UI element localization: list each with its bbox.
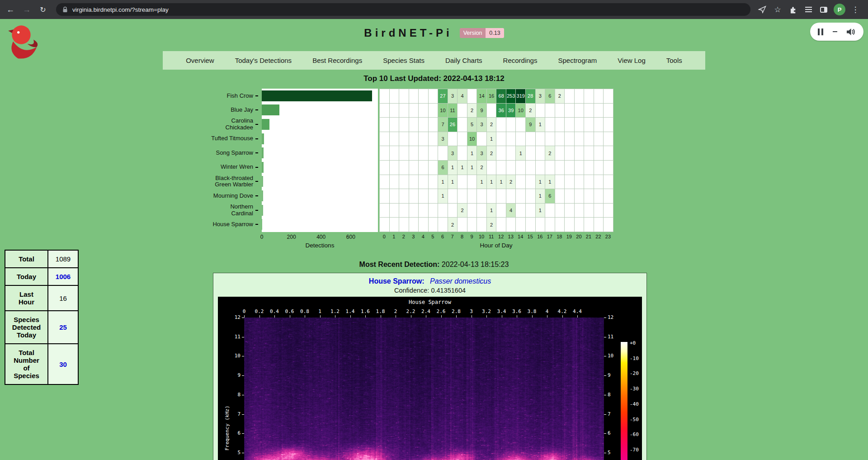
time-tick-mark	[472, 315, 472, 318]
heat-cell: 27	[438, 89, 448, 104]
heat-cell: 2	[477, 161, 487, 175]
nav-item-daily-charts[interactable]: Daily Charts	[435, 57, 493, 64]
detection-species-link[interactable]: House Sparrow:	[369, 277, 425, 285]
hour-tick: 14	[515, 234, 525, 241]
heat-cell	[409, 161, 419, 175]
audio-player[interactable]	[810, 23, 863, 41]
nav-item-spectrogram[interactable]: Spectrogram	[547, 57, 607, 64]
heat-cell	[429, 218, 439, 232]
nav-item-today-s-detections[interactable]: Today's Detections	[225, 57, 302, 64]
nav-item-tools[interactable]: Tools	[656, 57, 693, 64]
heat-cell: 10	[438, 104, 448, 118]
stats-row-species-detected-today: Species Detected Today25	[5, 311, 78, 344]
extensions-puzzle-icon[interactable]	[788, 4, 798, 15]
heat-cell	[604, 118, 613, 132]
forward-icon[interactable]: →	[20, 5, 33, 14]
hour-tick: 2	[399, 234, 409, 241]
heat-cell: 2	[458, 204, 467, 218]
nav-item-overview[interactable]: Overview	[175, 57, 225, 64]
heat-cell	[545, 132, 555, 147]
heat-cell	[487, 161, 497, 175]
bar-row-song-sparrow	[262, 146, 378, 160]
heat-cell	[604, 204, 613, 218]
refresh-icon[interactable]: ↻	[36, 5, 50, 14]
heat-cell	[555, 132, 565, 147]
side-panel-icon[interactable]	[818, 4, 829, 15]
url-text: virginia.birdnetpi.com/?stream=play	[72, 6, 169, 13]
heat-cell: 2	[487, 118, 497, 132]
heat-cell	[565, 104, 575, 118]
nav-item-view-log[interactable]: View Log	[607, 57, 656, 64]
heat-cell	[429, 175, 439, 190]
back-icon[interactable]: ←	[4, 5, 17, 14]
detection-bar	[262, 147, 264, 158]
time-tick: 3.4	[497, 308, 506, 314]
heat-cell	[429, 161, 439, 175]
nav-item-species-stats[interactable]: Species Stats	[373, 57, 435, 64]
reading-list-icon[interactable]	[803, 4, 814, 15]
species-label-song-sparrow: Song Sparrow	[209, 146, 258, 160]
time-tick-mark	[426, 315, 426, 318]
top10-chart: Fish CrowBlue JayCarolina ChickadeeTufte…	[209, 89, 613, 249]
heat-cell: 1	[467, 161, 477, 175]
detections-tick: 400	[316, 234, 326, 240]
heat-cell: 2	[448, 218, 458, 232]
freq-tick-mark	[242, 414, 244, 415]
heat-cell: 1	[438, 189, 448, 204]
heat-cell	[565, 175, 575, 190]
colorbar-tick: -60	[630, 432, 639, 438]
detection-scientific-name[interactable]: Passer domesticus	[430, 277, 491, 285]
heat-cell	[458, 189, 467, 204]
heat-cell	[487, 189, 497, 204]
recent-value: 2022-04-13 18:15:23	[442, 261, 509, 268]
profile-avatar[interactable]: P	[834, 4, 845, 15]
nav-item-recordings[interactable]: Recordings	[493, 57, 548, 64]
hour-tick: 0	[379, 234, 389, 241]
freq-tick-mark	[242, 375, 244, 376]
time-tick-mark	[532, 315, 533, 318]
heat-cell	[399, 189, 409, 204]
heat-cell	[419, 189, 429, 204]
time-tick: 4	[546, 308, 549, 314]
heat-cell	[594, 118, 604, 132]
freq-tick-right: 6	[608, 430, 611, 436]
heat-cell	[516, 175, 526, 190]
pause-icon[interactable]	[818, 28, 823, 35]
heat-cell: 4	[458, 89, 467, 104]
heat-cell: 14	[477, 89, 487, 104]
heat-cell	[575, 132, 585, 147]
heat-cell	[536, 218, 546, 232]
detections-bar-panel	[262, 89, 378, 232]
birdnetpi-page: BirdNET-Pi Version 0.13 OverviewToday's …	[0, 19, 868, 460]
stats-row-last-hour: Last Hour16	[5, 285, 78, 311]
heat-cell	[429, 89, 439, 104]
browser-menu-icon[interactable]: ⋮	[850, 4, 861, 15]
heat-cell	[565, 204, 575, 218]
species-label-text: Carolina Chickadee	[209, 118, 253, 131]
stats-value[interactable]: 1006	[56, 273, 71, 280]
stats-value[interactable]: 25	[59, 323, 67, 331]
heat-cell	[575, 189, 585, 204]
bookmark-star-icon[interactable]: ☆	[772, 4, 783, 15]
detection-bar	[262, 205, 263, 216]
volume-icon[interactable]	[847, 28, 856, 36]
heat-cell	[594, 161, 604, 175]
axis-tick	[255, 224, 258, 225]
time-tick: 2.4	[421, 308, 430, 314]
heat-cell	[545, 118, 555, 132]
stats-value[interactable]: 30	[59, 360, 67, 368]
nav-item-best-recordings[interactable]: Best Recordings	[302, 57, 373, 64]
address-bar[interactable]: virginia.birdnetpi.com/?stream=play	[56, 3, 750, 16]
heat-cell	[467, 204, 477, 218]
heat-cell	[419, 118, 429, 132]
heat-cell	[390, 118, 400, 132]
heat-cell	[575, 146, 585, 161]
heat-cell	[575, 204, 585, 218]
axis-tick	[255, 181, 258, 182]
detection-bar	[262, 133, 264, 144]
freq-tick-right: 12	[608, 314, 613, 321]
share-icon[interactable]	[757, 4, 768, 15]
colorbar-tick: -50	[630, 417, 639, 423]
heat-cell: 1	[516, 146, 526, 161]
version-value: 0.13	[486, 28, 504, 38]
